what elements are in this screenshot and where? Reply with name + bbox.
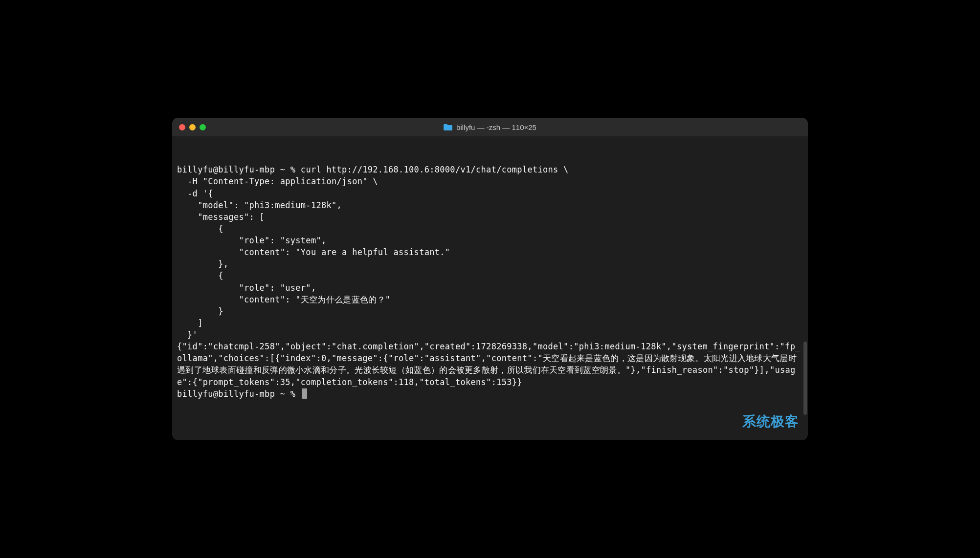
close-button[interactable] bbox=[179, 124, 185, 130]
response-text: {"id":"chatcmpl-258","object":"chat.comp… bbox=[177, 342, 801, 386]
maximize-button[interactable] bbox=[200, 124, 206, 130]
shell-prompt-2: billyfu@billyfu-mbp ~ % bbox=[177, 389, 301, 399]
traffic-lights bbox=[179, 124, 206, 130]
folder-icon bbox=[444, 124, 452, 130]
command-text: curl http://192.168.100.6:8000/v1/chat/c… bbox=[177, 165, 569, 340]
titlebar: billyfu — -zsh — 110×25 bbox=[172, 118, 808, 136]
cursor bbox=[302, 388, 307, 399]
terminal-content: billyfu@billyfu-mbp ~ % curl http://192.… bbox=[177, 164, 803, 400]
terminal-window: billyfu — -zsh — 110×25 billyfu@billyfu-… bbox=[172, 118, 808, 440]
window-title: billyfu — -zsh — 110×25 bbox=[444, 123, 536, 131]
watermark-icon bbox=[725, 414, 739, 429]
minimize-button[interactable] bbox=[189, 124, 196, 130]
shell-prompt: billyfu@billyfu-mbp ~ % bbox=[177, 165, 301, 174]
scrollbar[interactable] bbox=[803, 342, 807, 415]
terminal-body[interactable]: billyfu@billyfu-mbp ~ % curl http://192.… bbox=[172, 136, 808, 440]
watermark-text: 系统极客 bbox=[742, 412, 799, 431]
window-title-text: billyfu — -zsh — 110×25 bbox=[456, 123, 536, 131]
watermark: 系统极客 bbox=[725, 412, 799, 431]
